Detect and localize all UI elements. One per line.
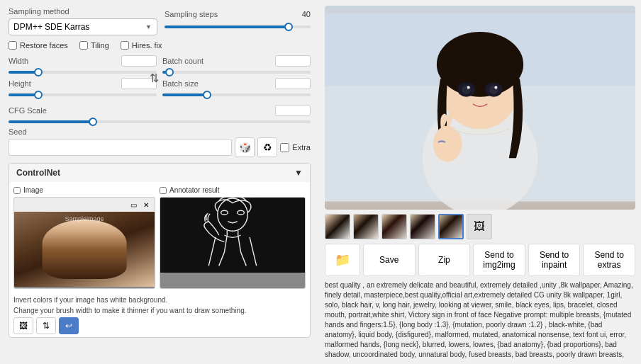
image-minimize-btn[interactable]: ▭ [128,199,139,210]
thumbnail-2[interactable] [353,214,379,239]
invert-text: Invert colors if your image has white ba… [13,296,306,304]
action-buttons-row: 📁 Save Zip Send to img2img Send to inpai… [325,244,635,276]
extra-checkbox[interactable]: Extra [280,143,311,152]
prompt-text: best quality , an extremely delicate and… [325,280,635,358]
send-to-img2img-button[interactable]: Send to img2img [473,244,525,276]
controlnet-label: ControlNet [16,168,60,178]
dice-icon: 🎲 [239,142,251,153]
main-image-sim [325,6,635,210]
svg-point-2 [238,210,245,215]
sampling-method-select[interactable]: DPM++ SDE Karras [9,18,157,35]
thumbnails-row: 🖼 [325,214,635,239]
svg-point-12 [467,86,470,89]
sampling-steps-slider[interactable] [165,25,311,28]
tiling-checkbox[interactable]: Tiling [79,41,109,50]
controlnet-bottom: Invert colors if your image has white ba… [9,293,310,337]
height-label: Height [9,79,31,88]
folder-icon: 📁 [335,252,350,268]
image-checkbox[interactable] [13,187,21,194]
cfg-scale-input[interactable]: 7 [275,105,311,116]
batch-size-slider[interactable] [162,93,311,96]
zip-button[interactable]: Zip [418,244,471,276]
dice-button[interactable]: 🎲 [235,137,255,157]
right-panel: ✕ [319,0,641,364]
sampling-method-label: Sampling method [9,7,157,16]
brush-text: Change your brush width to make it thinn… [13,307,306,314]
width-label: Width [9,57,28,65]
batch-count-label: Batch count [162,57,204,65]
image-panel: ▭ ✕ Sampleimage [13,197,155,289]
image-close-btn[interactable]: ✕ [140,199,152,210]
toolbar-btn-2[interactable]: ⇅ [36,317,56,334]
thumbnail-6[interactable]: 🖼 [467,214,492,239]
image-placeholder: Sampleimage [14,212,155,287]
save-button[interactable]: Save [363,244,416,276]
controlnet-section: ControlNet ▼ Image ▭ ✕ [9,163,311,338]
folder-button[interactable]: 📁 [325,244,360,276]
sampling-steps-fill [165,25,289,28]
annotator-panel [160,197,306,289]
hires-fix-checkbox[interactable]: Hires. fix [121,41,162,50]
seed-input[interactable]: 3037625302 [9,139,232,156]
batch-size-input[interactable]: 4 [275,78,311,89]
bottom-toolbar: 🖼 ⇅ ↩ [13,317,306,334]
send-to-extras-label: Send to extras [586,250,632,270]
send-to-extras-button[interactable]: Send to extras [583,244,635,276]
thumbnail-1[interactable] [325,214,350,239]
toolbar-btn-1[interactable]: 🖼 [13,317,33,334]
batch-size-label: Batch size [162,79,199,88]
batch-count-slider[interactable] [162,71,311,74]
height-slider[interactable] [9,93,157,96]
send-to-img2img-label: Send to img2img [476,250,522,270]
seed-label: Seed [9,127,311,136]
send-to-inpaint-button[interactable]: Send to inpaint [528,244,581,276]
svg-point-1 [221,210,228,215]
sampling-steps-value: 40 [302,10,311,21]
left-panel: Sampling method DPM++ SDE Karras Samplin… [0,0,319,364]
annotator-placeholder [160,198,305,273]
image-panel-header: ▭ ✕ [14,198,155,212]
annotator-label: Annotator result [169,186,220,194]
zip-label: Zip [438,255,450,265]
batch-count-input[interactable]: 1 [275,55,311,67]
width-slider[interactable] [9,71,157,74]
recycle-button[interactable]: ♻ [257,137,277,157]
checkboxes-row: Restore faces Tiling Hires. fix [9,41,311,50]
controlnet-body: Image ▭ ✕ Sa [9,182,310,293]
svg-point-13 [494,86,497,89]
sampling-steps-thumb[interactable] [284,23,293,31]
save-label: Save [379,255,398,265]
controlnet-collapse-icon[interactable]: ▼ [294,168,303,178]
thumbnail-5[interactable] [438,214,464,239]
annotator-checkbox[interactable] [160,187,167,194]
thumbnail-4[interactable] [410,214,435,239]
swap-icon[interactable]: ⇅ [150,72,159,85]
cfg-scale-label: CFG Scale [9,106,47,115]
width-input[interactable]: 512 [121,55,157,67]
restore-faces-checkbox[interactable]: Restore faces [9,41,68,50]
cfg-scale-slider[interactable] [9,120,311,123]
thumbnail-3[interactable] [381,214,407,239]
recycle-icon: ♻ [263,142,272,153]
toolbar-btn-3[interactable]: ↩ [59,317,79,334]
send-to-inpaint-label: Send to inpaint [532,250,577,270]
image-label: Image [23,186,43,194]
sampling-steps-label: Sampling steps [165,10,218,18]
controlnet-header[interactable]: ControlNet ▼ [9,164,310,182]
main-image-area [325,6,635,210]
